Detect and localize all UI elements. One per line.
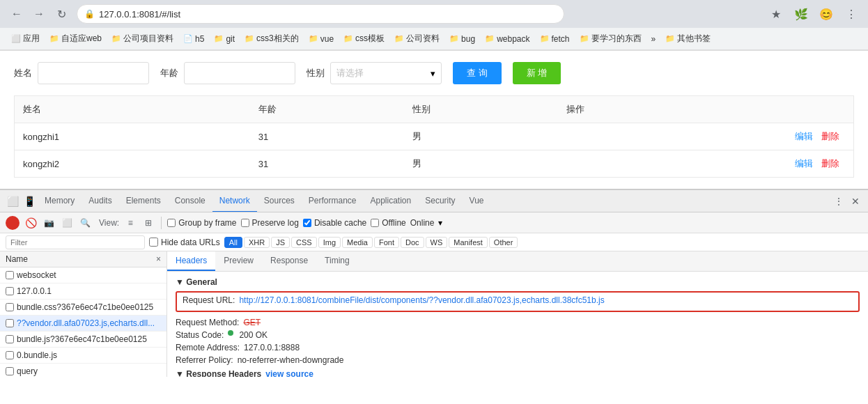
filter-type-ws[interactable]: WS [426, 237, 448, 248]
age-input[interactable] [184, 62, 295, 84]
file-list-item[interactable]: 0.bundle.js [0, 348, 166, 364]
preserve-log-checkbox[interactable] [241, 219, 249, 227]
bookmark-item-0[interactable]: ⬜应用 [7, 31, 44, 47]
filter-type-manifest[interactable]: Manifest [449, 237, 488, 248]
hide-data-urls-checkbox[interactable] [149, 238, 158, 247]
search-icon[interactable]: 🔍 [78, 216, 92, 230]
devtools-tab-performance[interactable]: Performance [302, 190, 364, 212]
file-list-item[interactable]: query [0, 364, 166, 377]
response-headers-toggle-icon[interactable]: ▼ Response Headers [176, 369, 261, 377]
file-list-item[interactable]: 127.0.0.1 [0, 283, 166, 300]
clear-button[interactable]: 🚫 [24, 216, 38, 230]
add-button[interactable]: 新 增 [513, 62, 561, 84]
bookmark-item-11[interactable]: 📁fetch [536, 32, 574, 46]
bookmark-item-6[interactable]: 📁vue [304, 32, 338, 46]
delete-link[interactable]: 删除 [821, 131, 839, 141]
filter-input[interactable] [6, 235, 145, 249]
devtools-tab-elements[interactable]: Elements [119, 190, 168, 212]
preserve-log-label[interactable]: Preserve log [241, 218, 299, 228]
disable-cache-checkbox[interactable] [303, 219, 311, 227]
camera-icon[interactable]: 📷 [42, 216, 56, 230]
group-by-frame-checkbox[interactable] [167, 219, 176, 227]
offline-label[interactable]: Offline [371, 218, 405, 228]
devtools-tab-memory[interactable]: Memory [38, 190, 82, 212]
bookmark-item-7[interactable]: 📁css模板 [339, 31, 389, 47]
disable-cache-label[interactable]: Disable cache [303, 218, 366, 228]
edit-link[interactable]: 编辑 [795, 131, 813, 141]
edit-link[interactable]: 编辑 [795, 158, 813, 169]
bookmark-item-14[interactable]: 📁其他书签 [661, 31, 715, 47]
filter-type-doc[interactable]: Doc [401, 237, 424, 248]
file-list-item[interactable]: ??vendor.dll.afa07023.js,echarts.dll... [0, 316, 166, 332]
menu-button[interactable]: ⋮ [842, 4, 861, 24]
bookmark-item-4[interactable]: 📁git [210, 32, 239, 46]
devtools-toggle-btn[interactable]: ⬜ [4, 193, 21, 210]
file-list-item[interactable]: websocket [0, 267, 166, 283]
bookmark-item-1[interactable]: 📁自适应web [45, 31, 106, 47]
details-tab-timing[interactable]: Timing [316, 251, 358, 271]
section-toggle-icon[interactable]: ▼ General [176, 277, 217, 287]
file-checkbox[interactable] [6, 367, 14, 375]
devtools-tab-security[interactable]: Security [418, 190, 462, 212]
bookmark-item-2[interactable]: 📁公司项目资料 [107, 31, 178, 47]
address-bar[interactable]: 🔒 127.0.0.1:8081/#/list [77, 4, 564, 24]
devtools-tab-vue[interactable]: Vue [463, 190, 491, 212]
file-list-item[interactable]: bundle.js?367e6ec47c1be0ee0125 [0, 332, 166, 348]
filter-type-all[interactable]: All [224, 237, 242, 248]
filter-type-font[interactable]: Font [374, 237, 399, 248]
file-checkbox[interactable] [6, 335, 14, 343]
bookmark-item-10[interactable]: 📁webpack [481, 32, 534, 46]
file-checkbox[interactable] [6, 287, 14, 295]
group-by-frame-label[interactable]: Group by frame [167, 218, 236, 228]
file-list-item[interactable]: bundle.css?367e6ec47c1be0ee0125 [0, 300, 166, 316]
bookmark-item-12[interactable]: 📁要学习的东西 [575, 31, 646, 47]
profile-button[interactable]: 😊 [816, 4, 836, 24]
details-tab-response[interactable]: Response [262, 251, 316, 271]
details-tab-preview[interactable]: Preview [215, 251, 262, 271]
search-button[interactable]: 查 询 [453, 62, 502, 84]
bookmark-item-5[interactable]: 📁css3相关的 [240, 31, 303, 47]
file-checkbox[interactable] [6, 319, 14, 327]
filter-type-other[interactable]: Other [489, 237, 518, 248]
list-view-btn[interactable]: ≡ [123, 216, 137, 230]
back-button[interactable]: ← [7, 4, 26, 24]
devtools-tab-sources[interactable]: Sources [257, 190, 302, 212]
bookmark-item-9[interactable]: 📁bug [445, 32, 479, 46]
bookmark-item-13[interactable]: » [647, 32, 660, 46]
record-button[interactable] [6, 216, 20, 230]
devtools-tab-console[interactable]: Console [168, 190, 212, 212]
file-checkbox[interactable] [6, 271, 14, 279]
filter-icon[interactable]: ⬜ [60, 216, 74, 230]
devtools-more-btn[interactable]: ⋮ [830, 193, 847, 210]
online-arrow-icon[interactable]: ▾ [438, 218, 442, 228]
devtools-tab-application[interactable]: Application [364, 190, 419, 212]
devtools-tab-network[interactable]: Network [212, 190, 257, 212]
filter-type-js[interactable]: JS [271, 237, 290, 248]
forward-button[interactable]: → [29, 4, 49, 24]
extension-button[interactable]: 🌿 [791, 4, 811, 24]
grid-view-btn[interactable]: ⊞ [141, 216, 155, 230]
refresh-button[interactable]: ↻ [52, 4, 71, 24]
delete-link[interactable]: 删除 [821, 158, 839, 169]
files-close-icon[interactable]: × [156, 254, 161, 264]
bookmark-item-8[interactable]: 📁公司资料 [390, 31, 444, 47]
filter-type-css[interactable]: CSS [291, 237, 317, 248]
file-checkbox[interactable] [6, 303, 14, 311]
offline-checkbox[interactable] [371, 219, 379, 227]
filter-type-xhr[interactable]: XHR [244, 237, 270, 248]
filter-type-img[interactable]: Img [318, 237, 341, 248]
online-select[interactable]: Online [410, 218, 435, 228]
bookmark-item-3[interactable]: 📄h5 [179, 32, 208, 46]
star-button[interactable]: ★ [766, 4, 786, 24]
gender-select[interactable]: 请选择 ▾ [330, 62, 442, 84]
devtools-tab-audits[interactable]: Audits [82, 190, 118, 212]
devtools-close-btn[interactable]: ✕ [847, 193, 864, 210]
hide-data-urls-label[interactable]: Hide data URLs [149, 238, 220, 247]
filter-type-media[interactable]: Media [342, 237, 373, 248]
view-source-link[interactable]: view source [265, 369, 313, 377]
details-tab-headers[interactable]: Headers [167, 251, 215, 271]
file-checkbox[interactable] [6, 351, 14, 359]
name-input[interactable] [38, 62, 149, 84]
request-url-value[interactable]: http://127.0.0.1:8081/combineFile/dist/c… [239, 295, 604, 305]
devtools-mobile-btn[interactable]: 📱 [21, 193, 38, 210]
